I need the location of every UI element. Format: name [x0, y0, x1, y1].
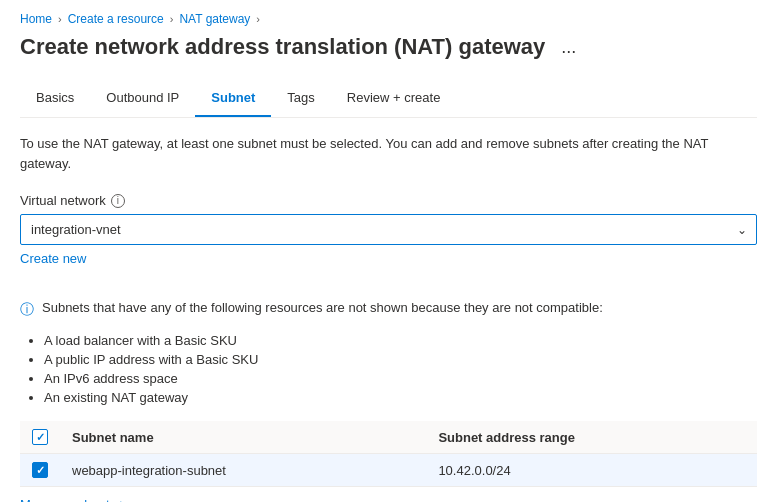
- tab-review-create[interactable]: Review + create: [331, 80, 457, 117]
- virtual-network-select-wrapper: integration-vnet ⌄: [20, 214, 757, 245]
- list-item: An IPv6 address space: [44, 371, 757, 386]
- info-circle-icon: ⓘ: [20, 301, 34, 319]
- list-item: An existing NAT gateway: [44, 390, 757, 405]
- table-header-subnet-name: Subnet name: [60, 421, 426, 454]
- breadcrumb: Home › Create a resource › NAT gateway ›: [20, 12, 757, 26]
- checkmark-icon: ✓: [36, 432, 45, 443]
- breadcrumb-create-resource[interactable]: Create a resource: [68, 12, 164, 26]
- breadcrumb-home[interactable]: Home: [20, 12, 52, 26]
- subnet-name-cell: webapp-integration-subnet: [60, 454, 426, 487]
- breadcrumb-sep-3: ›: [256, 13, 260, 25]
- subnet-address-range-cell: 10.42.0.0/24: [426, 454, 757, 487]
- table-header-checkbox-col: ✓: [20, 421, 60, 454]
- subnet-info-text: To use the NAT gateway, at least one sub…: [20, 134, 757, 173]
- breadcrumb-nat-gateway[interactable]: NAT gateway: [179, 12, 250, 26]
- row-checkbox-col: ✓: [20, 454, 60, 487]
- virtual-network-info-icon[interactable]: i: [111, 194, 125, 208]
- table-row: ✓ webapp-integration-subnet 10.42.0.0/24: [20, 454, 757, 487]
- list-item: A public IP address with a Basic SKU: [44, 352, 757, 367]
- warning-text: Subnets that have any of the following r…: [42, 300, 603, 315]
- create-new-link[interactable]: Create new: [20, 251, 86, 266]
- checkmark-icon: ✓: [36, 465, 45, 476]
- virtual-network-section: Virtual network i integration-vnet ⌄ Cre…: [20, 193, 757, 284]
- ellipsis-button[interactable]: ...: [555, 35, 582, 60]
- virtual-network-label: Virtual network i: [20, 193, 757, 208]
- breadcrumb-sep-2: ›: [170, 13, 174, 25]
- page-title-row: Create network address translation (NAT)…: [20, 34, 757, 60]
- tab-outbound-ip[interactable]: Outbound IP: [90, 80, 195, 117]
- tab-tags[interactable]: Tags: [271, 80, 330, 117]
- row-checkbox[interactable]: ✓: [32, 462, 48, 478]
- table-header-address-range: Subnet address range: [426, 421, 757, 454]
- breadcrumb-sep-1: ›: [58, 13, 62, 25]
- incompatibility-warning: ⓘ Subnets that have any of the following…: [20, 300, 757, 319]
- incompatible-list: A load balancer with a Basic SKU A publi…: [44, 333, 757, 405]
- virtual-network-select[interactable]: integration-vnet: [20, 214, 757, 245]
- header-checkbox[interactable]: ✓: [32, 429, 48, 445]
- page-title: Create network address translation (NAT)…: [20, 34, 545, 60]
- tab-subnet[interactable]: Subnet: [195, 80, 271, 117]
- list-item: A load balancer with a Basic SKU: [44, 333, 757, 348]
- subnet-table: ✓ Subnet name Subnet address range ✓ web…: [20, 421, 757, 487]
- tabs-nav: Basics Outbound IP Subnet Tags Review + …: [20, 80, 757, 118]
- tab-basics[interactable]: Basics: [20, 80, 90, 117]
- table-header-row: ✓ Subnet name Subnet address range: [20, 421, 757, 454]
- manage-subnets-link[interactable]: Manage subnets >: [20, 497, 127, 502]
